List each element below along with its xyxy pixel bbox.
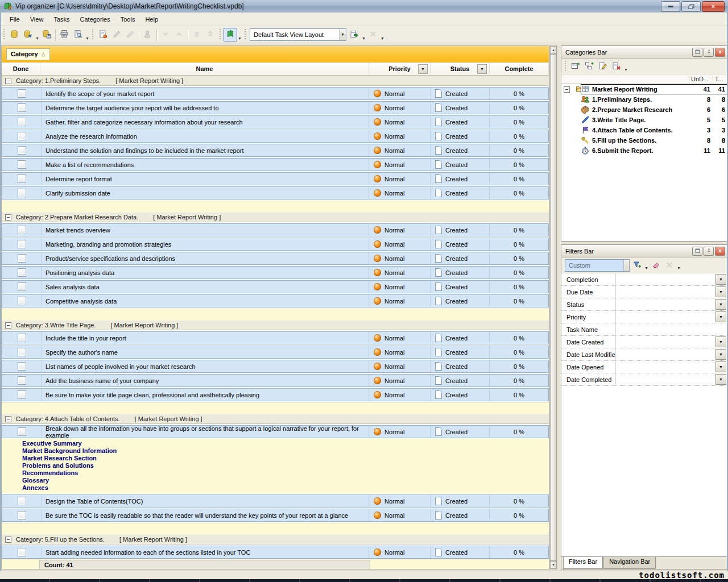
task-checkbox[interactable]	[18, 427, 26, 436]
task-row[interactable]: Gather, filter and categorize necessary …	[2, 115, 549, 128]
task-row[interactable]: Be sure the TOC is easily readable so th…	[2, 509, 549, 522]
task-row[interactable]: Identify the scope of your market report…	[2, 87, 549, 100]
menu-tools[interactable]: Tools	[115, 14, 140, 24]
task-row[interactable]: Product/service specifications and descr…	[2, 252, 549, 265]
task-row[interactable]: Be sure to make your title page clean, p…	[2, 388, 549, 401]
add-subcategory-button[interactable]	[582, 60, 596, 73]
menu-tasks[interactable]: Tasks	[48, 14, 75, 24]
tree-item[interactable]: 3.Write Title Page.55	[561, 115, 727, 125]
filter-dropdown-button[interactable]: ▼	[715, 274, 726, 285]
print-button[interactable]	[57, 28, 71, 41]
filter-dropdown-button[interactable]: ▼	[715, 286, 726, 297]
category-group-header[interactable]: Category: 5.Fill up the Sections.[ Marke…	[2, 534, 549, 544]
task-checkbox[interactable]	[18, 268, 26, 277]
filter-field-value[interactable]	[616, 311, 715, 323]
add-category-button[interactable]	[569, 60, 582, 73]
panel-close-icon[interactable]: x	[715, 48, 725, 57]
collapse-icon[interactable]	[5, 537, 11, 543]
apply-layout-dropdown-icon[interactable]: ▾	[361, 36, 366, 43]
tree-item[interactable]: 2.Prepare Market Research66	[561, 105, 727, 115]
toolbar-grip[interactable]	[244, 29, 247, 40]
task-checkbox[interactable]	[18, 497, 26, 505]
task-row[interactable]: List names of people involved in your ma…	[2, 360, 549, 373]
task-checkbox[interactable]	[18, 118, 26, 126]
toolbar-grip[interactable]	[219, 29, 222, 40]
scroll-up-icon[interactable]: ▲	[550, 46, 557, 54]
notes-dropdown-icon[interactable]: ▾	[237, 36, 242, 43]
panel-close-icon[interactable]: x	[715, 247, 725, 256]
toolbar-options-icon[interactable]: ▾	[676, 265, 681, 272]
task-checkbox[interactable]	[18, 254, 26, 263]
filter-field-value[interactable]	[616, 273, 715, 285]
task-checkbox[interactable]	[18, 226, 26, 234]
open-database-dropdown-icon[interactable]: ▾	[35, 36, 40, 43]
task-row[interactable]: Positioning analysis dataNormalCreated0 …	[2, 266, 549, 279]
scrollbar-thumb[interactable]	[550, 54, 557, 561]
filter-field-value[interactable]	[616, 323, 727, 335]
tab-filters-bar[interactable]: Filters Bar	[563, 557, 603, 569]
filter-dropdown-button[interactable]: ▼	[715, 349, 726, 360]
new-database-button[interactable]	[7, 28, 21, 41]
restore-button[interactable]	[681, 1, 701, 12]
tab-navigation-bar[interactable]: Navigation Bar	[603, 557, 656, 569]
minimize-button[interactable]	[661, 1, 680, 12]
status-filter-button[interactable]: ▼	[477, 64, 487, 74]
save-filter-dropdown-icon[interactable]: ▾	[644, 265, 649, 272]
collapse-icon[interactable]	[5, 78, 11, 84]
column-header-complete[interactable]: Complete	[490, 63, 549, 75]
toolbar-grip[interactable]	[3, 29, 6, 40]
filter-field-value[interactable]	[616, 336, 715, 348]
menu-view[interactable]: View	[25, 14, 49, 24]
task-checkbox[interactable]	[18, 390, 26, 399]
chevron-down-icon[interactable]	[623, 260, 629, 271]
column-header-priority[interactable]: Priority ▼	[369, 63, 431, 75]
edit-category-button[interactable]	[596, 60, 610, 73]
task-row[interactable]: Make a list of recommendationsNormalCrea…	[2, 158, 549, 171]
task-row[interactable]: Competitive analysis dataNormalCreated0 …	[2, 294, 549, 307]
filter-field-value[interactable]	[616, 361, 715, 373]
tree-item[interactable]: 4.Attach Table of Contents.33	[561, 125, 727, 135]
menu-help[interactable]: Help	[140, 14, 163, 24]
task-row[interactable]: Design the Table of Contents(TOC)NormalC…	[2, 494, 549, 508]
toolbar-grip[interactable]	[564, 61, 567, 72]
task-row[interactable]: Understand the solution and findings to …	[2, 144, 549, 157]
task-row[interactable]: Clarify submission dateNormalCreated0 %	[2, 186, 549, 199]
task-row[interactable]: Start adding needed information to each …	[2, 546, 549, 559]
task-row[interactable]: Include the title in your reportNormalCr…	[2, 331, 549, 344]
task-row[interactable]: Market trends overviewNormalCreated0 %	[2, 223, 549, 236]
category-group-header[interactable]: Category: 1.Preliminary Steps.[ Market R…	[2, 76, 549, 86]
task-checkbox[interactable]	[18, 146, 26, 155]
tree-item[interactable]: 1.Preliminary Steps.88	[561, 94, 727, 105]
filter-dropdown-button[interactable]: ▼	[715, 311, 726, 322]
task-checkbox[interactable]	[18, 132, 26, 140]
vertical-scrollbar[interactable]: ▲ ▼	[549, 45, 557, 569]
tree-item[interactable]: 6.Submit the Report.1111	[561, 146, 727, 156]
task-row[interactable]: Analyze the research informationNormalCr…	[2, 130, 549, 143]
menu-categories[interactable]: Categories	[75, 14, 115, 24]
collapse-icon[interactable]	[564, 86, 570, 93]
task-checkbox[interactable]	[18, 348, 26, 356]
tree-column-undone[interactable]: UnD...	[689, 76, 713, 82]
task-checkbox[interactable]	[18, 548, 26, 556]
collapse-icon[interactable]	[5, 416, 11, 422]
collapse-icon[interactable]	[5, 214, 11, 221]
task-checkbox[interactable]	[18, 160, 26, 169]
task-checkbox[interactable]	[18, 174, 26, 183]
toolbar-grip[interactable]	[92, 29, 94, 40]
filter-dropdown-button[interactable]: ▼	[715, 299, 726, 310]
category-group-header[interactable]: Category: 3.Write Title Page.[ Market Re…	[2, 320, 549, 330]
task-row[interactable]: Determine report formatNormalCreated0 %	[2, 172, 549, 185]
print-preview-dropdown-icon[interactable]: ▾	[85, 36, 90, 43]
task-checkbox[interactable]	[18, 240, 26, 248]
filter-dropdown-button[interactable]: ▼	[715, 374, 726, 385]
task-checkbox[interactable]	[18, 334, 26, 342]
toolbar-options-icon[interactable]: ▾	[623, 67, 628, 74]
filter-preset-combo[interactable]: Custom	[565, 259, 630, 272]
task-row[interactable]: Specify the author's nameNormalCreated0 …	[2, 346, 549, 359]
print-preview-button[interactable]	[71, 28, 85, 41]
filter-dropdown-button[interactable]: ▼	[715, 336, 726, 347]
clear-filter-button[interactable]	[649, 259, 663, 272]
task-row[interactable]: Break down all the information you have …	[2, 425, 549, 438]
title-bar[interactable]: Vip organizer [C:\Users\dmitry\Desktop\M…	[0, 0, 728, 13]
new-task-button[interactable]	[96, 28, 110, 41]
